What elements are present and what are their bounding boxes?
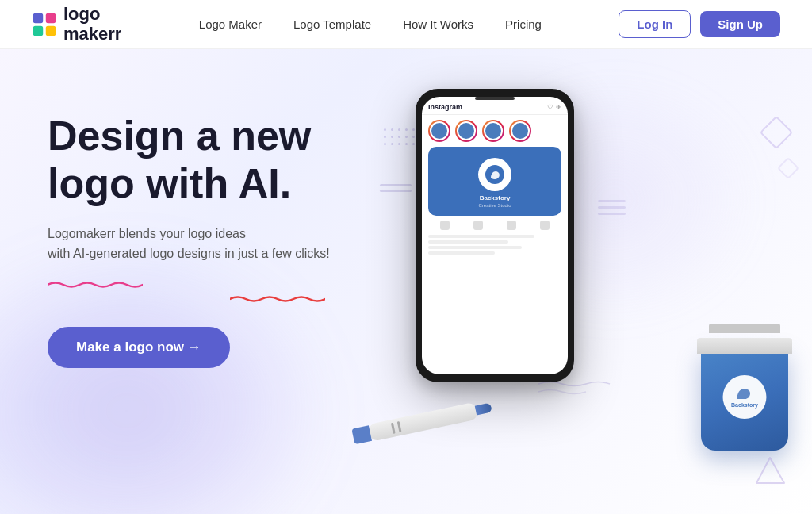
dot bbox=[405, 136, 408, 138]
phone-frame: Instagram ♡ ✈ bbox=[416, 89, 574, 382]
dot bbox=[405, 128, 408, 131]
brand-name: logomakerr bbox=[63, 5, 121, 43]
dot bbox=[412, 136, 415, 138]
nav-link-pricing[interactable]: Pricing bbox=[505, 17, 542, 31]
cta-label: Make a logo now → bbox=[76, 339, 201, 355]
deco-line-small bbox=[598, 200, 626, 202]
deco-line-small bbox=[598, 213, 626, 215]
nav-item-logo-template[interactable]: Logo Template bbox=[293, 17, 371, 32]
dot bbox=[398, 128, 400, 131]
ig-title: Instagram bbox=[428, 103, 547, 111]
hero-cta-button[interactable]: Make a logo now → bbox=[48, 327, 230, 368]
hero-headline: Design a new logo with AI. bbox=[48, 113, 389, 208]
navbar: logomakerr Logo Maker Logo Template How … bbox=[0, 0, 812, 49]
story-circle bbox=[509, 120, 531, 142]
svg-rect-1 bbox=[46, 13, 56, 22]
story-circle bbox=[482, 120, 504, 142]
deco-lines-2 bbox=[598, 200, 626, 215]
comment-line bbox=[428, 251, 495, 255]
signature-icon bbox=[534, 376, 614, 400]
story-inner bbox=[484, 121, 503, 140]
ig-actions bbox=[422, 216, 568, 233]
dot bbox=[391, 143, 393, 145]
hero-content: Design a new logo with AI. Logomakerr bl… bbox=[48, 113, 389, 270]
nav-link-logo-template[interactable]: Logo Template bbox=[293, 17, 371, 31]
marker-cap bbox=[351, 425, 372, 444]
ig-post-card: Backstory Creative Studio bbox=[428, 147, 561, 216]
dot bbox=[391, 136, 393, 138]
signature-lines bbox=[534, 376, 614, 403]
nav-link-logo-maker[interactable]: Logo Maker bbox=[199, 17, 262, 31]
ig-brand-name: Backstory bbox=[480, 194, 511, 201]
ig-tagline: Creative Studio bbox=[478, 203, 511, 208]
phone-mockup: Instagram ♡ ✈ bbox=[416, 89, 574, 382]
nav-item-logo-maker[interactable]: Logo Maker bbox=[199, 17, 262, 32]
nav-actions: Log In Sign Up bbox=[619, 10, 780, 38]
comment-line bbox=[428, 235, 534, 238]
dot bbox=[398, 143, 400, 145]
svg-rect-0 bbox=[33, 13, 43, 22]
marker-tip bbox=[475, 403, 492, 416]
ig-action-share bbox=[507, 221, 516, 230]
marker-stripe bbox=[391, 423, 396, 434]
ig-comments bbox=[422, 233, 568, 259]
squiggle-red-icon bbox=[230, 295, 325, 303]
dot bbox=[405, 143, 408, 145]
coffee-cup-mockup: Backstory bbox=[701, 347, 796, 466]
dot bbox=[412, 128, 415, 131]
cup-brand-name: Backstory bbox=[731, 402, 758, 409]
cup-body: Backstory bbox=[701, 347, 788, 451]
ig-action-save bbox=[540, 221, 550, 230]
hero-subtext: Logomakerr blends your logo ideas with A… bbox=[48, 224, 389, 264]
cup-lid bbox=[697, 338, 792, 354]
nav-link-how-it-works[interactable]: How It Works bbox=[403, 17, 473, 31]
hero-section: Design a new logo with AI. Logomakerr bl… bbox=[0, 49, 812, 514]
ig-action-heart bbox=[440, 221, 450, 230]
comment-line bbox=[428, 246, 522, 249]
marker-mockup bbox=[367, 394, 516, 450]
squiggle-pink-icon bbox=[48, 281, 143, 289]
comment-line bbox=[428, 240, 508, 244]
hero-visuals: Instagram ♡ ✈ bbox=[352, 49, 812, 514]
marker-body bbox=[367, 401, 480, 442]
phone-screen: Instagram ♡ ✈ bbox=[422, 97, 568, 374]
ig-post-logo bbox=[478, 158, 511, 191]
dot bbox=[391, 128, 393, 131]
cup-logo-circle: Backstory bbox=[723, 375, 767, 419]
cup-logo-icon bbox=[733, 385, 756, 402]
svg-rect-3 bbox=[46, 25, 56, 35]
story-circle bbox=[428, 120, 450, 142]
ig-action-comment bbox=[473, 221, 483, 230]
dot bbox=[398, 136, 400, 138]
svg-marker-5 bbox=[756, 458, 784, 483]
phone-notch bbox=[475, 97, 515, 100]
marker-stripe bbox=[397, 421, 402, 432]
ig-stories bbox=[422, 115, 568, 147]
triangle-decoration bbox=[753, 451, 788, 490]
triangle-icon bbox=[753, 451, 788, 487]
backstory-logo-icon bbox=[484, 163, 506, 186]
dot bbox=[412, 143, 415, 145]
story-inner bbox=[430, 121, 449, 140]
cup-lid-top bbox=[709, 324, 780, 333]
nav-item-how-it-works[interactable]: How It Works bbox=[403, 17, 473, 32]
diamond-decoration-2 bbox=[777, 157, 799, 179]
deco-line-small bbox=[598, 206, 626, 209]
login-button[interactable]: Log In bbox=[619, 10, 691, 38]
logo-icon bbox=[32, 12, 57, 37]
svg-rect-2 bbox=[33, 25, 43, 35]
logo[interactable]: logomakerr bbox=[32, 5, 121, 43]
signup-button[interactable]: Sign Up bbox=[700, 11, 780, 37]
story-circle bbox=[455, 120, 477, 142]
nav-item-pricing[interactable]: Pricing bbox=[505, 17, 542, 32]
nav-links: Logo Maker Logo Template How It Works Pr… bbox=[199, 17, 542, 32]
story-inner bbox=[511, 121, 530, 140]
diamond-decoration-1 bbox=[760, 116, 793, 149]
story-inner bbox=[457, 121, 476, 140]
